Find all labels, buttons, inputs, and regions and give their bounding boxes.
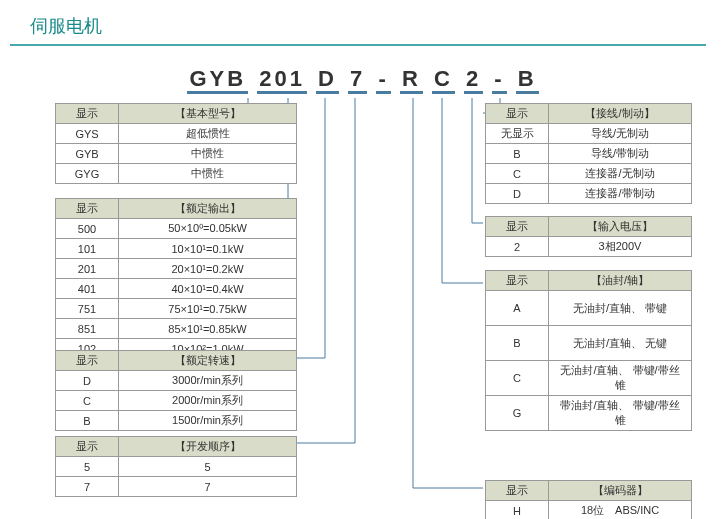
table-row: C2000r/min系列: [56, 391, 297, 411]
col-header: 显示: [56, 104, 119, 124]
col-header: 显示: [486, 217, 549, 237]
table-row: B无油封/直轴、 无键: [486, 326, 692, 361]
table-row: 20120×10¹=0.2kW: [56, 259, 297, 279]
table-row: 无显示导线/无制动: [486, 124, 692, 144]
table-row: GYG中惯性: [56, 164, 297, 184]
col-header: 【开发顺序】: [119, 437, 297, 457]
col-header: 【油封/轴】: [549, 271, 692, 291]
col-header: 显示: [56, 437, 119, 457]
model-number: GYB 201 D 7 - R C 2 - B: [0, 66, 726, 92]
table-row: GYS超低惯性: [56, 124, 297, 144]
table-speed: 显示【额定转速】D3000r/min系列C2000r/min系列B1500r/m…: [55, 350, 297, 431]
col-header: 【额定输出】: [119, 199, 297, 219]
table-row: 85185×10¹=0.85kW: [56, 319, 297, 339]
table-voltage: 显示【输入电压】23相200V: [485, 216, 692, 257]
table-row: 10110×10¹=0.1kW: [56, 239, 297, 259]
col-header: 显示: [486, 104, 549, 124]
table-row: 50050×10⁰=0.05kW: [56, 219, 297, 239]
table-encoder: 显示【编码器】H18位 ABS/INCR20位 INC: [485, 480, 692, 519]
table-row: D3000r/min系列: [56, 371, 297, 391]
table-row: A无油封/直轴、 带键: [486, 291, 692, 326]
col-header: 显示: [56, 199, 119, 219]
table-row: C无油封/直轴、 带键/带丝锥: [486, 361, 692, 396]
table-row: D连接器/带制动: [486, 184, 692, 204]
table-row: C连接器/无制动: [486, 164, 692, 184]
table-row: 75175×10¹=0.75kW: [56, 299, 297, 319]
table-row: G带油封/直轴、 带键/带丝锥: [486, 396, 692, 431]
page-title: 伺服电机: [10, 0, 706, 46]
table-seal: 显示【油封/轴】A无油封/直轴、 带键B无油封/直轴、 无键C无油封/直轴、 带…: [485, 270, 692, 431]
col-header: 【接线/制动】: [549, 104, 692, 124]
table-wiring: 显示【接线/制动】无显示导线/无制动B导线/带制动C连接器/无制动D连接器/带制…: [485, 103, 692, 204]
diagram-area: 显示【基本型号】GYS超低惯性GYB中惯性GYG中惯性 显示【额定输出】5005…: [0, 98, 726, 519]
table-row: 77: [56, 477, 297, 497]
col-header: 【输入电压】: [549, 217, 692, 237]
table-row: 55: [56, 457, 297, 477]
col-header: 【额定转速】: [119, 351, 297, 371]
table-basic: 显示【基本型号】GYS超低惯性GYB中惯性GYG中惯性: [55, 103, 297, 184]
col-header: 【基本型号】: [119, 104, 297, 124]
table-row: 23相200V: [486, 237, 692, 257]
table-row: B导线/带制动: [486, 144, 692, 164]
table-row: GYB中惯性: [56, 144, 297, 164]
col-header: 显示: [486, 481, 549, 501]
col-header: 【编码器】: [549, 481, 692, 501]
table-row: H18位 ABS/INC: [486, 501, 692, 520]
table-row: 40140×10¹=0.4kW: [56, 279, 297, 299]
table-dev: 显示【开发顺序】5577: [55, 436, 297, 497]
table-row: B1500r/min系列: [56, 411, 297, 431]
table-output: 显示【额定输出】50050×10⁰=0.05kW10110×10¹=0.1kW2…: [55, 198, 297, 359]
col-header: 显示: [486, 271, 549, 291]
col-header: 显示: [56, 351, 119, 371]
